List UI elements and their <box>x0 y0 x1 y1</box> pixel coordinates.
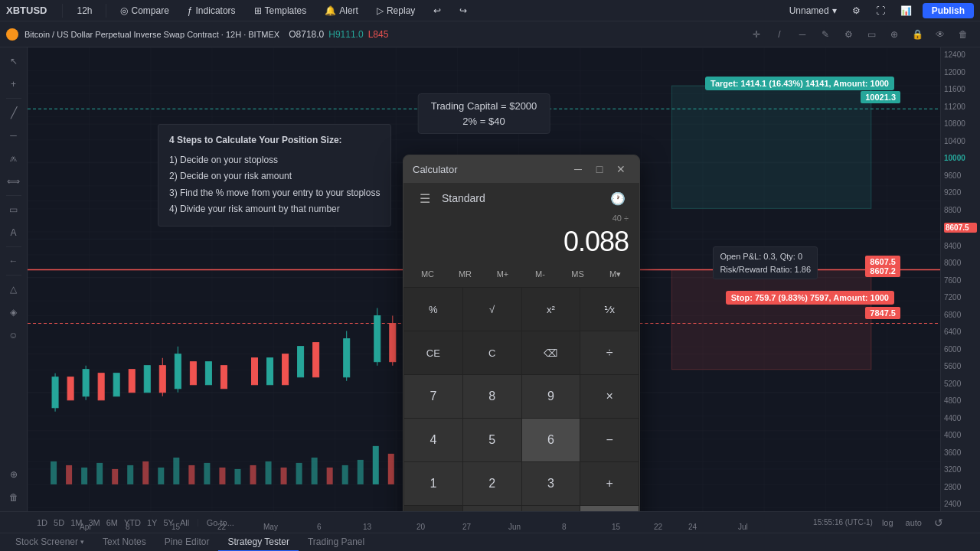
cross-tool[interactable]: + <box>3 73 24 95</box>
log-btn[interactable]: log <box>879 517 897 529</box>
calc-equals-btn[interactable]: = <box>580 506 639 511</box>
range-6m[interactable]: 6M <box>103 517 121 529</box>
auto-btn[interactable]: auto <box>903 517 925 529</box>
settings2-btn[interactable]: ⚙ <box>838 24 859 44</box>
unnamed-btn[interactable]: Unnamed ▾ <box>785 4 841 18</box>
eye-btn[interactable]: 👁 <box>929 24 951 44</box>
calc-percent-btn[interactable]: % <box>404 288 462 331</box>
chart-area[interactable]: Trading Capital = $2000 2% = $40 4 Steps… <box>28 47 940 511</box>
pattern-tool[interactable]: ◈ <box>3 302 24 323</box>
calc-mv-btn[interactable]: M▾ <box>597 264 633 284</box>
calc-3-btn[interactable]: 3 <box>522 462 580 505</box>
calc-mr-btn[interactable]: MR <box>447 264 483 284</box>
range-1d[interactable]: 1D <box>34 517 51 529</box>
reset-scale-btn[interactable]: ↺ <box>931 515 946 530</box>
logo: XBTUSD <box>6 5 47 16</box>
rect-btn[interactable]: ▭ <box>861 24 882 44</box>
cursor-tool[interactable]: ↖ <box>3 51 24 72</box>
fib-tool[interactable]: ⩕ <box>3 148 24 169</box>
trash-btn[interactable]: 🗑 <box>952 24 974 44</box>
undo-btn[interactable]: ↩ <box>429 4 446 18</box>
templates-btn[interactable]: ⊞ Templates <box>250 4 312 18</box>
calc-6-btn[interactable]: 6 <box>522 419 580 461</box>
hrule-btn[interactable]: ─ <box>792 24 813 44</box>
price-12400: 12400 <box>944 51 977 59</box>
chart-icon-btn[interactable]: 📊 <box>896 4 916 18</box>
fullscreen-btn[interactable]: ⛶ <box>871 4 890 18</box>
calc-sub-btn[interactable]: − <box>580 419 639 461</box>
prediction-tool[interactable]: △ <box>3 279 24 300</box>
calc-mult-btn[interactable]: × <box>580 375 639 418</box>
calc-2-btn[interactable]: 2 <box>463 462 521 505</box>
calc-dot-btn[interactable]: . <box>522 506 580 511</box>
calc-history-btn[interactable]: 🕐 <box>607 187 629 209</box>
zoom-tool[interactable]: ⊕ <box>3 464 24 485</box>
text-tool[interactable]: A <box>3 222 24 243</box>
eye-icon: 👁 <box>936 29 945 40</box>
calc-sqrt-btn[interactable]: √ <box>463 288 521 331</box>
measure-tool[interactable]: ⟺ <box>3 171 24 192</box>
settings-btn[interactable]: ⚙ <box>848 4 865 18</box>
calc-inv-btn[interactable]: ⅟x <box>580 288 639 331</box>
draw-tool-btn[interactable]: ✎ <box>815 24 836 44</box>
calc-backspace-btn[interactable]: ⌫ <box>522 331 580 374</box>
stop-label: Stop: 759.7 (9.83%) 7597, Amount: 1000 <box>726 291 894 305</box>
digit-9: 9 <box>547 390 554 403</box>
calc-c-btn[interactable]: C <box>463 331 521 374</box>
emoji-icon: ☺ <box>8 330 18 341</box>
calc-add-btn[interactable]: + <box>580 462 639 505</box>
calc-titlebar[interactable]: Calculator ─ □ ✕ <box>403 155 639 183</box>
calc-4-btn[interactable]: 4 <box>404 419 462 461</box>
redo-btn[interactable]: ↪ <box>455 4 472 18</box>
calc-maximize-btn[interactable]: □ <box>590 160 609 178</box>
hrule-tool[interactable]: ─ <box>3 125 24 146</box>
crosshair-btn[interactable]: ✛ <box>746 24 767 44</box>
range-1y[interactable]: 1Y <box>144 517 160 529</box>
emoji-tool[interactable]: ☺ <box>3 324 24 346</box>
calc-mminus-btn[interactable]: M- <box>522 264 558 284</box>
calc-8-btn[interactable]: 8 <box>463 375 521 418</box>
rect-tool[interactable]: ▭ <box>3 199 24 220</box>
calc-mc-btn[interactable]: MC <box>410 264 446 284</box>
publish-button[interactable]: Publish <box>923 3 974 18</box>
line-btn[interactable]: / <box>769 24 790 44</box>
time-label-22: 22 <box>217 523 226 531</box>
range-5d[interactable]: 5D <box>51 517 67 529</box>
calc-close-btn[interactable]: ✕ <box>612 160 630 178</box>
calc-negate-btn[interactable]: ± <box>404 506 462 511</box>
calc-divide-btn[interactable]: ÷ <box>580 331 639 374</box>
calc-menu-btn[interactable]: ☰ <box>414 187 436 209</box>
magnet-btn[interactable]: ⊕ <box>884 24 905 44</box>
calc-9-btn[interactable]: 9 <box>522 375 580 418</box>
tab-text-notes[interactable]: Text Notes <box>93 533 155 552</box>
calc-ce-btn[interactable]: CE <box>404 331 462 374</box>
tab-pine-editor[interactable]: Pine Editor <box>155 533 219 552</box>
alert-btn[interactable]: 🔔 Alert <box>320 4 363 18</box>
calc-1-btn[interactable]: 1 <box>404 462 462 505</box>
top-price-value: 10021.3 <box>861 91 900 103</box>
calc-0-btn[interactable]: 0 <box>463 506 521 511</box>
tab-trading-panel[interactable]: Trading Panel <box>299 533 374 552</box>
trash-tool[interactable]: 🗑 <box>3 487 24 508</box>
main-area: ↖ + ╱ ─ ⩕ ⟺ ▭ A ← △ ◈ ☺ ⊕ 🗑 <box>0 47 980 511</box>
calc-minimize-btn[interactable]: ─ <box>569 160 587 178</box>
replay-btn[interactable]: ▷ Replay <box>372 4 420 18</box>
svg-rect-13 <box>671 269 871 369</box>
back-btn[interactable]: ← <box>3 250 24 272</box>
indicators-btn[interactable]: ƒ Indicators <box>183 4 240 18</box>
calc-sq-btn[interactable]: x² <box>522 288 580 331</box>
compare-btn[interactable]: ◎ Compare <box>116 4 173 18</box>
trend-tool[interactable]: ╱ <box>3 102 24 123</box>
calc-5-btn[interactable]: 5 <box>463 419 521 461</box>
range-ytd[interactable]: YTD <box>121 517 144 529</box>
lock-btn[interactable]: 🔒 <box>906 24 928 44</box>
svg-rect-27 <box>204 463 210 484</box>
tab-strategy-tester[interactable]: Strategy Tester <box>218 533 298 552</box>
timeframe-btn[interactable]: 12h <box>72 4 96 18</box>
tab-stock-screener[interactable]: Stock Screener ▾ <box>6 533 93 552</box>
calc-mplus-btn[interactable]: M+ <box>485 264 521 284</box>
sep-tools3 <box>6 246 21 247</box>
calc-ms-btn[interactable]: MS <box>560 264 596 284</box>
calc-7-btn[interactable]: 7 <box>404 375 462 418</box>
replay-label: Replay <box>387 5 415 16</box>
